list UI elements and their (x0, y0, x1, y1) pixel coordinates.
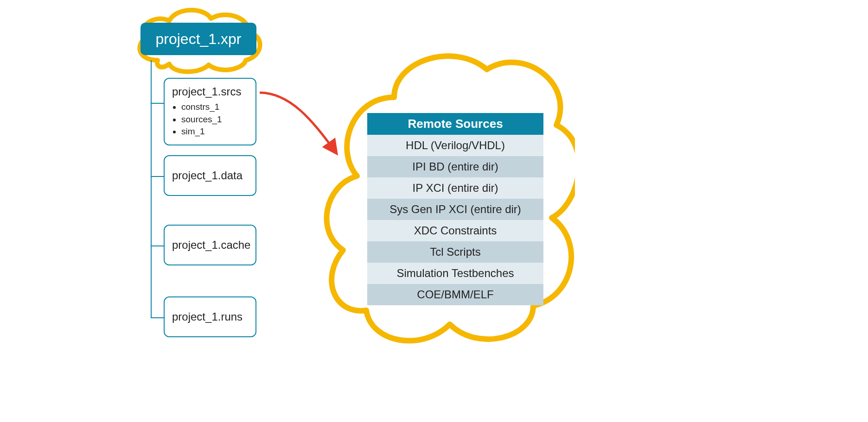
table-cell: Sys Gen IP XCI (entire dir) (367, 199, 543, 220)
node-title: project_1.cache (172, 239, 248, 252)
node-runs: project_1.runs (164, 296, 256, 337)
table-cell: XDC Constraints (367, 220, 543, 241)
table-cell: HDL (Verilog/VHDL) (367, 135, 543, 156)
table-row: XDC Constraints (367, 220, 543, 241)
remote-sources-table: Remote Sources HDL (Verilog/VHDL) IPI BD… (367, 113, 543, 305)
table-header-row: Remote Sources (367, 113, 543, 135)
table-cell: COE/BMM/ELF (367, 284, 543, 305)
tree-trunk (151, 60, 152, 317)
table-cell: Tcl Scripts (367, 241, 543, 263)
table-row: Simulation Testbenches (367, 263, 543, 284)
table-row: IP XCI (entire dir) (367, 177, 543, 199)
table-row: COE/BMM/ELF (367, 284, 543, 305)
node-data: project_1.data (164, 155, 256, 196)
tree-branch (151, 176, 164, 177)
tree-branch (151, 103, 164, 104)
node-title: project_1.data (172, 169, 248, 182)
table-header: Remote Sources (367, 113, 543, 135)
node-title: project_1.runs (172, 310, 248, 323)
diagram-stage: project_1.xpr project_1.srcs constrs_1 s… (0, 0, 868, 422)
node-srcs-list: constrs_1 sources_1 sim_1 (172, 101, 248, 138)
node-srcs: project_1.srcs constrs_1 sources_1 sim_1 (164, 78, 256, 145)
table-row: Tcl Scripts (367, 241, 543, 263)
table-row: HDL (Verilog/VHDL) (367, 135, 543, 156)
root-project-label: project_1.xpr (156, 31, 242, 48)
node-cache: project_1.cache (164, 225, 256, 265)
table-cell: IPI BD (entire dir) (367, 156, 543, 177)
node-title: project_1.srcs (172, 85, 248, 98)
tree-branch (151, 317, 164, 318)
project-tree: project_1.srcs constrs_1 sources_1 sim_1… (151, 60, 267, 357)
table-row: Sys Gen IP XCI (entire dir) (367, 199, 543, 220)
remote-sources-cloud: Remote Sources HDL (Verilog/VHDL) IPI BD… (315, 32, 575, 347)
table-cell: Simulation Testbenches (367, 263, 543, 284)
root-project-box: project_1.xpr (140, 23, 256, 55)
table-cell: IP XCI (entire dir) (367, 177, 543, 199)
table-row: IPI BD (entire dir) (367, 156, 543, 177)
tree-branch (151, 246, 164, 246)
list-item: constrs_1 (181, 101, 248, 113)
list-item: sim_1 (181, 126, 248, 138)
list-item: sources_1 (181, 113, 248, 126)
